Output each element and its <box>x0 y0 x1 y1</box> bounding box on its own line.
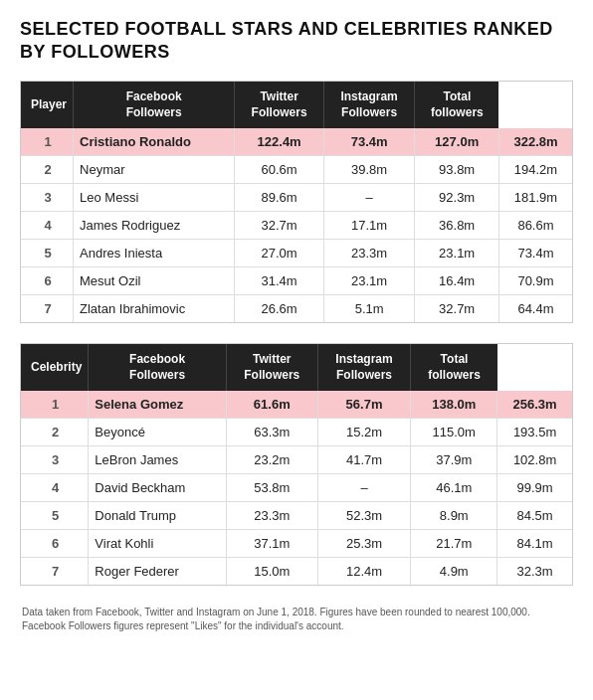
ig-cell: 4.9m <box>411 558 497 586</box>
fb-cell: 15.0m <box>226 558 317 586</box>
ig-cell: 21.7m <box>411 530 497 558</box>
total-cell: 193.5m <box>497 419 572 446</box>
name-cell: James Rodriguez <box>74 212 235 240</box>
fb-cell: 53.8m <box>226 474 317 502</box>
ig-cell: 138.0m <box>411 391 497 419</box>
total-cell: 84.1m <box>497 530 572 558</box>
total-cell: 86.6m <box>498 212 572 240</box>
page-title: Selected Football Stars and Celebrities … <box>20 18 573 63</box>
ig-cell: 36.8m <box>415 212 499 240</box>
rank-cell: 4 <box>21 212 74 240</box>
total-cell: 322.8m <box>498 128 572 156</box>
fb-cell: 63.3m <box>226 419 317 446</box>
name-cell: Leo Messi <box>74 184 235 212</box>
rank-cell: 6 <box>21 530 89 558</box>
football-table-section: Player FacebookFollowers TwitterFollower… <box>20 81 573 323</box>
tw-cell: 23.3m <box>323 240 414 267</box>
rank-cell: 2 <box>21 419 89 446</box>
total-cell: 102.8m <box>497 446 572 474</box>
col-fb-followers: FacebookFollowers <box>74 82 235 128</box>
rank-cell: 5 <box>21 240 74 267</box>
total-cell: 32.3m <box>497 558 572 586</box>
name-cell: David Beckham <box>89 474 227 502</box>
table-row: 1 Cristiano Ronaldo 122.4m 73.4m 127.0m … <box>21 128 572 156</box>
tw-cell: 12.4m <box>317 558 411 586</box>
tw-cell: 23.1m <box>323 267 414 295</box>
tw-cell: 41.7m <box>317 446 411 474</box>
tw-cell: 25.3m <box>317 530 411 558</box>
col-total-followers-cel: Totalfollowers <box>411 344 497 391</box>
fb-cell: 27.0m <box>235 240 324 267</box>
col-tw-followers: TwitterFollowers <box>235 82 324 128</box>
ig-cell: 23.1m <box>415 240 499 267</box>
tw-cell: 73.4m <box>323 128 414 156</box>
col-ig-followers-cel: InstagramFollowers <box>317 344 411 391</box>
col-player: Player <box>21 82 74 128</box>
celebrity-table: Celebrity FacebookFollowers TwitterFollo… <box>21 344 572 585</box>
total-cell: 84.5m <box>497 502 572 530</box>
fb-cell: 26.6m <box>235 295 324 323</box>
rank-cell: 5 <box>21 502 89 530</box>
rank-cell: 2 <box>21 156 74 184</box>
total-cell: 73.4m <box>498 240 572 267</box>
name-cell: Roger Federer <box>89 558 227 586</box>
col-total-followers: Totalfollowers <box>415 82 499 128</box>
table-row: 7 Roger Federer 15.0m 12.4m 4.9m 32.3m <box>21 558 572 586</box>
col-ig-followers: InstagramFollowers <box>323 82 414 128</box>
tw-cell: 39.8m <box>323 156 414 184</box>
ig-cell: 93.8m <box>415 156 499 184</box>
ig-cell: 46.1m <box>411 474 497 502</box>
table-row: 4 James Rodriguez 32.7m 17.1m 36.8m 86.6… <box>21 212 572 240</box>
table-row: 5 Andres Iniesta 27.0m 23.3m 23.1m 73.4m <box>21 240 572 267</box>
tw-cell: – <box>323 184 414 212</box>
name-cell: Cristiano Ronaldo <box>74 128 235 156</box>
tw-cell: – <box>317 474 411 502</box>
ig-cell: 92.3m <box>415 184 499 212</box>
footnote: Data taken from Facebook, Twitter and In… <box>20 606 573 633</box>
tw-cell: 15.2m <box>317 419 411 446</box>
celebrity-table-header: Celebrity FacebookFollowers TwitterFollo… <box>21 344 572 391</box>
fb-cell: 60.6m <box>235 156 324 184</box>
table-row: 6 Mesut Ozil 31.4m 23.1m 16.4m 70.9m <box>21 267 572 295</box>
celebrity-table-section: Celebrity FacebookFollowers TwitterFollo… <box>20 343 573 586</box>
total-cell: 64.4m <box>498 295 572 323</box>
tw-cell: 17.1m <box>323 212 414 240</box>
col-celebrity: Celebrity <box>21 344 89 391</box>
ig-cell: 32.7m <box>415 295 499 323</box>
name-cell: Donald Trump <box>89 502 227 530</box>
table-row: 3 Leo Messi 89.6m – 92.3m 181.9m <box>21 184 572 212</box>
total-cell: 256.3m <box>497 391 572 419</box>
total-cell: 194.2m <box>498 156 572 184</box>
rank-cell: 6 <box>21 267 74 295</box>
ig-cell: 8.9m <box>411 502 497 530</box>
ig-cell: 37.9m <box>411 446 497 474</box>
rank-cell: 3 <box>21 446 89 474</box>
ig-cell: 115.0m <box>411 419 497 446</box>
fb-cell: 61.6m <box>226 391 317 419</box>
fb-cell: 32.7m <box>235 212 324 240</box>
fb-cell: 122.4m <box>235 128 324 156</box>
name-cell: Mesut Ozil <box>74 267 235 295</box>
col-tw-followers-cel: TwitterFollowers <box>226 344 317 391</box>
rank-cell: 1 <box>21 128 74 156</box>
name-cell: Andres Iniesta <box>74 240 235 267</box>
celebrity-table-body: 1 Selena Gomez 61.6m 56.7m 138.0m 256.3m… <box>21 391 572 585</box>
total-cell: 99.9m <box>497 474 572 502</box>
name-cell: LeBron James <box>89 446 227 474</box>
col-fb-followers-cel: FacebookFollowers <box>89 344 227 391</box>
total-cell: 181.9m <box>498 184 572 212</box>
ig-cell: 127.0m <box>415 128 499 156</box>
fb-cell: 37.1m <box>226 530 317 558</box>
football-table: Player FacebookFollowers TwitterFollower… <box>21 82 572 322</box>
table-row: 3 LeBron James 23.2m 41.7m 37.9m 102.8m <box>21 446 572 474</box>
ig-cell: 16.4m <box>415 267 499 295</box>
table-row: 2 Neymar 60.6m 39.8m 93.8m 194.2m <box>21 156 572 184</box>
tw-cell: 56.7m <box>317 391 411 419</box>
name-cell: Zlatan Ibrahimovic <box>74 295 235 323</box>
rank-cell: 7 <box>21 558 89 586</box>
fb-cell: 89.6m <box>235 184 324 212</box>
football-table-header: Player FacebookFollowers TwitterFollower… <box>21 82 572 128</box>
football-table-body: 1 Cristiano Ronaldo 122.4m 73.4m 127.0m … <box>21 128 572 322</box>
tw-cell: 52.3m <box>317 502 411 530</box>
table-row: 7 Zlatan Ibrahimovic 26.6m 5.1m 32.7m 64… <box>21 295 572 323</box>
